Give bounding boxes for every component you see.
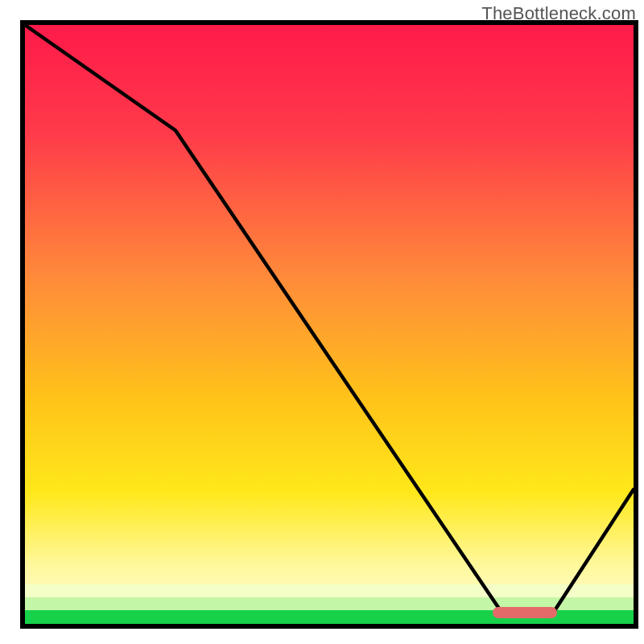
gradient-curve-chart bbox=[0, 0, 644, 644]
watermark-text: TheBottleneck.com bbox=[481, 3, 636, 24]
chart-container: TheBottleneck.com bbox=[0, 0, 644, 644]
gradient-body bbox=[25, 25, 634, 624]
optimal-marker bbox=[493, 607, 557, 618]
pale-yellow-band bbox=[25, 584, 634, 597]
